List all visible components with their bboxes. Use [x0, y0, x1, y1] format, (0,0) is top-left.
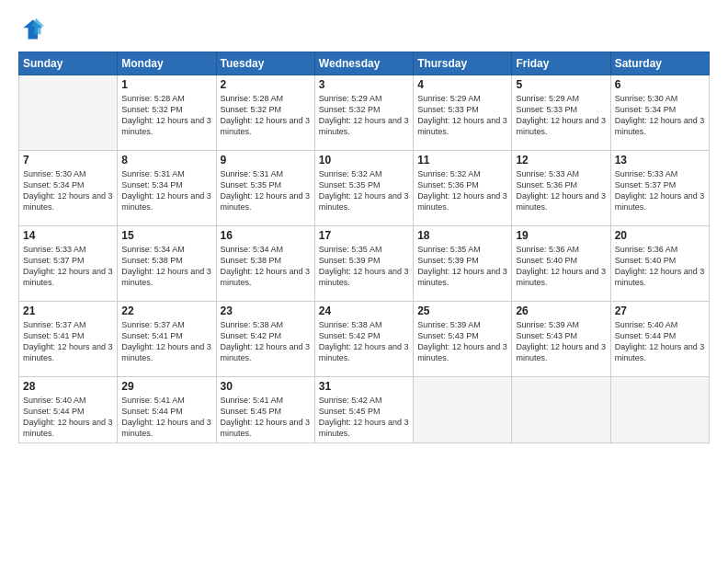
day-number: 10: [319, 154, 409, 167]
calendar-cell: 15 Sunrise: 5:34 AM Sunset: 5:38 PM Dayl…: [118, 226, 216, 302]
calendar-cell: 9 Sunrise: 5:31 AM Sunset: 5:35 PM Dayli…: [216, 151, 314, 226]
cell-info: Sunrise: 5:28 AM Sunset: 5:32 PM Dayligh…: [121, 93, 211, 138]
cell-info: Sunrise: 5:42 AM Sunset: 5:45 PM Dayligh…: [319, 395, 409, 440]
calendar-table: SundayMondayTuesdayWednesdayThursdayFrid…: [18, 52, 710, 443]
day-number: 20: [615, 229, 705, 242]
cell-info: Sunrise: 5:30 AM Sunset: 5:34 PM Dayligh…: [23, 168, 113, 213]
cell-info: Sunrise: 5:33 AM Sunset: 5:36 PM Dayligh…: [516, 168, 606, 213]
day-number: 16: [221, 229, 311, 242]
page: SundayMondayTuesdayWednesdayThursdayFrid…: [0, 0, 728, 563]
cell-info: Sunrise: 5:41 AM Sunset: 5:45 PM Dayligh…: [221, 395, 311, 440]
calendar-cell: 16 Sunrise: 5:34 AM Sunset: 5:38 PM Dayl…: [216, 226, 314, 302]
cell-info: Sunrise: 5:28 AM Sunset: 5:32 PM Dayligh…: [221, 93, 311, 138]
calendar-cell: 3 Sunrise: 5:29 AM Sunset: 5:32 PM Dayli…: [314, 75, 413, 151]
day-number: 25: [417, 304, 507, 317]
logo-icon: [18, 17, 44, 42]
calendar-cell: 28 Sunrise: 5:40 AM Sunset: 5:44 PM Dayl…: [19, 377, 118, 443]
calendar-cell: 14 Sunrise: 5:33 AM Sunset: 5:37 PM Dayl…: [19, 226, 118, 302]
day-header-sunday: Sunday: [19, 52, 118, 75]
calendar-cell: [610, 377, 709, 443]
cell-info: Sunrise: 5:41 AM Sunset: 5:44 PM Dayligh…: [121, 395, 211, 440]
calendar-cell: 29 Sunrise: 5:41 AM Sunset: 5:44 PM Dayl…: [118, 377, 216, 443]
cell-info: Sunrise: 5:36 AM Sunset: 5:40 PM Dayligh…: [615, 244, 705, 289]
calendar-cell: [414, 377, 512, 443]
calendar-cell: 22 Sunrise: 5:37 AM Sunset: 5:41 PM Dayl…: [118, 302, 216, 377]
calendar-cell: 31 Sunrise: 5:42 AM Sunset: 5:45 PM Dayl…: [314, 377, 413, 443]
day-number: 23: [221, 304, 311, 317]
calendar-week-5: 28 Sunrise: 5:40 AM Sunset: 5:44 PM Dayl…: [19, 377, 710, 443]
day-number: 5: [516, 78, 606, 91]
cell-info: Sunrise: 5:40 AM Sunset: 5:44 PM Dayligh…: [615, 319, 705, 364]
day-number: 12: [516, 154, 606, 167]
cell-info: Sunrise: 5:30 AM Sunset: 5:34 PM Dayligh…: [615, 93, 705, 138]
day-number: 1: [121, 78, 211, 91]
day-number: 29: [121, 380, 211, 393]
day-number: 27: [615, 304, 705, 317]
day-header-wednesday: Wednesday: [314, 52, 413, 75]
day-number: 3: [319, 78, 409, 91]
cell-info: Sunrise: 5:39 AM Sunset: 5:43 PM Dayligh…: [516, 319, 606, 364]
day-number: 14: [23, 229, 113, 242]
day-number: 7: [23, 154, 113, 167]
cell-info: Sunrise: 5:39 AM Sunset: 5:43 PM Dayligh…: [417, 319, 507, 364]
calendar-cell: [19, 75, 118, 151]
cell-info: Sunrise: 5:36 AM Sunset: 5:40 PM Dayligh…: [516, 244, 606, 289]
day-header-friday: Friday: [512, 52, 610, 75]
calendar-cell: 26 Sunrise: 5:39 AM Sunset: 5:43 PM Dayl…: [512, 302, 610, 377]
day-number: 24: [319, 304, 409, 317]
cell-info: Sunrise: 5:37 AM Sunset: 5:41 PM Dayligh…: [121, 319, 211, 364]
calendar-cell: 18 Sunrise: 5:35 AM Sunset: 5:39 PM Dayl…: [414, 226, 512, 302]
calendar-week-4: 21 Sunrise: 5:37 AM Sunset: 5:41 PM Dayl…: [19, 302, 710, 377]
day-number: 19: [516, 229, 606, 242]
day-number: 30: [221, 380, 311, 393]
day-header-thursday: Thursday: [414, 52, 512, 75]
cell-info: Sunrise: 5:34 AM Sunset: 5:38 PM Dayligh…: [221, 244, 311, 289]
calendar-cell: 8 Sunrise: 5:31 AM Sunset: 5:34 PM Dayli…: [118, 151, 216, 226]
logo: [18, 17, 48, 42]
calendar-cell: 24 Sunrise: 5:38 AM Sunset: 5:42 PM Dayl…: [314, 302, 413, 377]
cell-info: Sunrise: 5:29 AM Sunset: 5:33 PM Dayligh…: [417, 93, 507, 138]
day-number: 21: [23, 304, 113, 317]
calendar-cell: [512, 377, 610, 443]
calendar-cell: 11 Sunrise: 5:32 AM Sunset: 5:36 PM Dayl…: [414, 151, 512, 226]
calendar-cell: 12 Sunrise: 5:33 AM Sunset: 5:36 PM Dayl…: [512, 151, 610, 226]
day-number: 8: [121, 154, 211, 167]
cell-info: Sunrise: 5:37 AM Sunset: 5:41 PM Dayligh…: [23, 319, 113, 364]
calendar-cell: 23 Sunrise: 5:38 AM Sunset: 5:42 PM Dayl…: [216, 302, 314, 377]
cell-info: Sunrise: 5:33 AM Sunset: 5:37 PM Dayligh…: [23, 244, 113, 289]
day-number: 11: [417, 154, 507, 167]
cell-info: Sunrise: 5:35 AM Sunset: 5:39 PM Dayligh…: [319, 244, 409, 289]
cell-info: Sunrise: 5:32 AM Sunset: 5:35 PM Dayligh…: [319, 168, 409, 213]
header: [18, 17, 710, 42]
calendar-cell: 19 Sunrise: 5:36 AM Sunset: 5:40 PM Dayl…: [512, 226, 610, 302]
cell-info: Sunrise: 5:29 AM Sunset: 5:32 PM Dayligh…: [319, 93, 409, 138]
day-header-monday: Monday: [118, 52, 216, 75]
day-number: 9: [221, 154, 311, 167]
cell-info: Sunrise: 5:29 AM Sunset: 5:33 PM Dayligh…: [516, 93, 606, 138]
day-number: 22: [121, 304, 211, 317]
cell-info: Sunrise: 5:40 AM Sunset: 5:44 PM Dayligh…: [23, 395, 113, 440]
day-number: 15: [121, 229, 211, 242]
calendar-cell: 1 Sunrise: 5:28 AM Sunset: 5:32 PM Dayli…: [118, 75, 216, 151]
calendar-cell: 6 Sunrise: 5:30 AM Sunset: 5:34 PM Dayli…: [610, 75, 709, 151]
cell-info: Sunrise: 5:35 AM Sunset: 5:39 PM Dayligh…: [417, 244, 507, 289]
calendar-cell: 10 Sunrise: 5:32 AM Sunset: 5:35 PM Dayl…: [314, 151, 413, 226]
calendar-cell: 17 Sunrise: 5:35 AM Sunset: 5:39 PM Dayl…: [314, 226, 413, 302]
day-number: 2: [221, 78, 311, 91]
day-number: 26: [516, 304, 606, 317]
cell-info: Sunrise: 5:33 AM Sunset: 5:37 PM Dayligh…: [615, 168, 705, 213]
day-number: 18: [417, 229, 507, 242]
cell-info: Sunrise: 5:32 AM Sunset: 5:36 PM Dayligh…: [417, 168, 507, 213]
day-number: 6: [615, 78, 705, 91]
calendar-cell: 13 Sunrise: 5:33 AM Sunset: 5:37 PM Dayl…: [610, 151, 709, 226]
day-number: 31: [319, 380, 409, 393]
calendar-cell: 5 Sunrise: 5:29 AM Sunset: 5:33 PM Dayli…: [512, 75, 610, 151]
cell-info: Sunrise: 5:38 AM Sunset: 5:42 PM Dayligh…: [221, 319, 311, 364]
calendar-cell: 25 Sunrise: 5:39 AM Sunset: 5:43 PM Dayl…: [414, 302, 512, 377]
calendar-header-row: SundayMondayTuesdayWednesdayThursdayFrid…: [19, 52, 710, 75]
day-header-tuesday: Tuesday: [216, 52, 314, 75]
day-number: 4: [417, 78, 507, 91]
calendar-cell: 4 Sunrise: 5:29 AM Sunset: 5:33 PM Dayli…: [414, 75, 512, 151]
cell-info: Sunrise: 5:31 AM Sunset: 5:35 PM Dayligh…: [221, 168, 311, 213]
calendar-week-3: 14 Sunrise: 5:33 AM Sunset: 5:37 PM Dayl…: [19, 226, 710, 302]
